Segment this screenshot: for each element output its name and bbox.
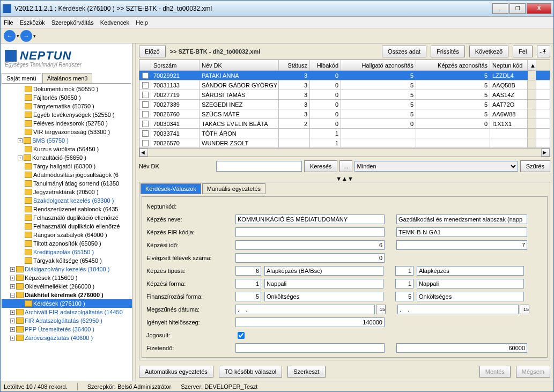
- row-checkbox[interactable]: [142, 92, 149, 98]
- tree-item[interactable]: +Oklevélmelléklet (266000 ): [2, 282, 132, 291]
- col-sorszam[interactable]: Sorszám: [151, 60, 200, 70]
- row-checkbox[interactable]: [142, 82, 149, 88]
- field-forma-t2[interactable]: [417, 279, 524, 289]
- tree-item[interactable]: Rendszerüzenet sablonok (6435: [2, 205, 132, 213]
- tree-item[interactable]: Szakdolgozat kezelés (63300 ): [2, 196, 132, 205]
- tree-item[interactable]: +PPP Üzemeltetés (36400 ): [2, 325, 132, 334]
- tree-toggle-icon[interactable]: −: [10, 293, 15, 298]
- cancel-button[interactable]: Mégsem: [516, 366, 550, 378]
- tree-item[interactable]: Felhasználó duplikáció ellenőrzé: [2, 213, 132, 222]
- minimize-button[interactable]: _: [492, 3, 508, 14]
- tree-item[interactable]: +Záróvizsgáztatás (40600 ): [2, 334, 132, 342]
- data-grid[interactable]: Sorszám Név DK Státusz Hibakód Hallgató …: [139, 60, 550, 157]
- table-row[interactable]: 70027719SÁROSI TAMÁS3055AAS14Z: [139, 90, 550, 100]
- menu-file[interactable]: File: [4, 19, 13, 26]
- calendar-icon-2[interactable]: 15: [520, 305, 529, 314]
- field-forma-c2[interactable]: [395, 279, 413, 289]
- field-tipus-c2[interactable]: [395, 266, 413, 276]
- search-button[interactable]: Keresés: [304, 160, 337, 172]
- field-ido-1[interactable]: [235, 240, 385, 250]
- row-checkbox[interactable]: [142, 111, 149, 117]
- col-nev[interactable]: Név DK: [200, 60, 279, 70]
- table-row[interactable]: 70027339SZEGEDI INEZ3055AAT72O: [139, 100, 550, 109]
- scroll-up-icon[interactable]: ▲: [528, 60, 536, 70]
- field-forma-c1[interactable]: [235, 279, 261, 289]
- tree-item[interactable]: Fájltorlés (50650 ): [2, 93, 132, 102]
- edit-button[interactable]: Szerkeszt: [287, 366, 325, 378]
- tree-item[interactable]: −Diákhitel kérelmek (276000 ): [2, 291, 132, 299]
- field-hitel[interactable]: [235, 317, 385, 327]
- field-forma-t1[interactable]: [264, 279, 383, 289]
- tree-item[interactable]: VIR tárgyazonosság (53300 ): [2, 128, 132, 136]
- prev-button[interactable]: Előző: [139, 46, 166, 57]
- tree-item[interactable]: Tárgytematika (50750 ): [2, 102, 132, 110]
- refresh-button[interactable]: Frissítés: [431, 46, 465, 57]
- field-kepzes-neve-2[interactable]: [396, 215, 527, 224]
- filter-select[interactable]: Minden: [354, 161, 518, 172]
- tree-item[interactable]: +FIR Adatszolgáltatás (62950 ): [2, 316, 132, 325]
- tree-toggle-icon[interactable]: +: [18, 138, 23, 143]
- filter-input[interactable]: [216, 161, 302, 172]
- tree-toggle-icon[interactable]: +: [10, 310, 15, 315]
- table-row[interactable]: 70030341TAKÁCS EVELIN BEÁTA2000I1X1X1: [139, 119, 550, 129]
- tree-item[interactable]: Jegyzetraktárak (20500 ): [2, 188, 132, 196]
- tree-item[interactable]: Adatmódosítási jogosultságok (6: [2, 171, 132, 179]
- tree-item[interactable]: Tanulmányi átlag sorrend (61350: [2, 179, 132, 188]
- field-fin-t2[interactable]: [417, 292, 524, 301]
- horizontal-scrollbar[interactable]: ◄►: [139, 148, 550, 157]
- maximize-button[interactable]: ❐: [509, 3, 526, 14]
- tree-toggle-icon[interactable]: +: [10, 336, 15, 341]
- menu-favorites[interactable]: Kedvencek: [100, 19, 129, 26]
- field-felev-1[interactable]: [235, 253, 385, 263]
- tree-item[interactable]: Kurzus várólista (56450 ): [2, 145, 132, 153]
- table-row[interactable]: 70033741TÓTH ÁRON1: [139, 129, 550, 138]
- close-button[interactable]: X: [527, 3, 551, 14]
- row-checkbox[interactable]: [142, 101, 149, 108]
- tab-manual-match[interactable]: Manuális egyeztetés: [202, 183, 265, 194]
- field-megszun-2[interactable]: [397, 305, 519, 314]
- auto-match-button[interactable]: Automatikus egyeztetés: [139, 366, 213, 378]
- field-fin-t1[interactable]: [264, 292, 383, 301]
- tree-toggle-icon[interactable]: +: [18, 156, 23, 160]
- table-row[interactable]: 70031133SÁNDOR GÁBOR GYÖRGY3055AAQ58B: [139, 80, 550, 90]
- tree-item[interactable]: Kérdések (276100 ): [2, 299, 132, 308]
- tree-toggle-icon[interactable]: +: [10, 327, 15, 332]
- row-checkbox[interactable]: [142, 121, 149, 127]
- tree-toggle-icon[interactable]: +: [10, 284, 15, 289]
- field-fizetendo-2[interactable]: [396, 343, 527, 353]
- nav-back-icon[interactable]: ←: [4, 30, 16, 42]
- tree-item[interactable]: Dokumentumok (50550 ): [2, 85, 132, 93]
- tree-item[interactable]: Tiltott azonosítók (65050 ): [2, 239, 132, 248]
- field-fin-c1[interactable]: [235, 292, 261, 301]
- later-button[interactable]: TO később válaszol: [219, 366, 282, 378]
- tab-general-menu[interactable]: Általános menü: [42, 73, 93, 83]
- table-row[interactable]: 70026760SZÜCS MÁTÉ3055AA6W88: [139, 109, 550, 119]
- tab-own-menu[interactable]: Saját menü: [2, 73, 41, 83]
- all-data-button[interactable]: Összes adat: [382, 46, 426, 57]
- menu-rolechange[interactable]: Szerepkörváltás: [51, 19, 94, 26]
- tree-toggle-icon[interactable]: +: [10, 267, 15, 272]
- row-checkbox[interactable]: [142, 140, 149, 146]
- field-tipus-c1[interactable]: [235, 266, 261, 276]
- menu-help[interactable]: Help: [136, 19, 148, 26]
- field-fir-1[interactable]: [235, 227, 385, 237]
- col-hibakod[interactable]: Hibakód: [310, 60, 341, 70]
- calendar-icon-1[interactable]: 15: [376, 305, 386, 314]
- tree-item[interactable]: Tárgyak költsége (65450 ): [2, 256, 132, 265]
- collapse-toggle-icon[interactable]: ▼▲▼: [136, 175, 553, 182]
- tree-item[interactable]: Felhasználói duplikáció ellenőrzé: [2, 222, 132, 231]
- table-row[interactable]: 70026570WUNDER ZSOLT1: [139, 138, 550, 148]
- nav-forward-icon[interactable]: →: [20, 30, 32, 42]
- col-kepzes[interactable]: Képzés azonosítás: [416, 60, 490, 70]
- search-options-button[interactable]: ...: [339, 160, 352, 172]
- up-button[interactable]: Fel: [513, 46, 533, 57]
- tree-item[interactable]: Rangsor szabályok (64900 ): [2, 231, 132, 239]
- tree-item[interactable]: +Archivált FIR adatszolgáltatás (14450: [2, 308, 132, 316]
- tree-item[interactable]: +SMS (55750 ): [2, 136, 132, 145]
- col-neptunkod[interactable]: Neptun kód: [490, 60, 528, 70]
- row-checkbox[interactable]: [142, 72, 149, 79]
- field-ido-2[interactable]: [396, 240, 527, 250]
- field-tipus-t1[interactable]: [264, 266, 383, 276]
- tree-item[interactable]: Kreditigazolás (65150 ): [2, 248, 132, 256]
- filter-button[interactable]: Szűrés: [520, 160, 550, 172]
